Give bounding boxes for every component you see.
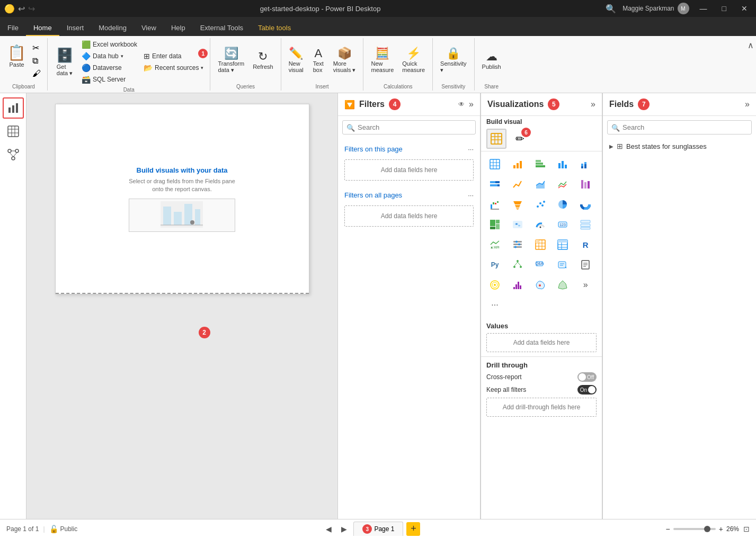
viz-btn-gauge[interactable] bbox=[531, 215, 550, 234]
viz-btn-waterfall[interactable] bbox=[485, 195, 504, 214]
more-visuals-button[interactable]: 📦 Morevisuals ▾ bbox=[330, 46, 359, 76]
dataverse-button[interactable]: 🔵 Dataverse bbox=[79, 62, 139, 73]
maximize-btn[interactable]: □ bbox=[718, 3, 731, 14]
viz-btn-table2[interactable] bbox=[553, 235, 572, 254]
viz-btn-area[interactable] bbox=[531, 175, 550, 194]
enter-data-button[interactable]: ⊞ Enter data 1 bbox=[141, 51, 206, 61]
viz-btn-stacked-bar[interactable] bbox=[531, 155, 550, 174]
viz-btn-python[interactable]: Py bbox=[485, 255, 504, 274]
sidebar-btn-report[interactable] bbox=[3, 97, 24, 119]
canvas-page[interactable]: Build visuals with your data Select or d… bbox=[55, 104, 309, 294]
fit-to-page-icon[interactable]: ⊡ bbox=[743, 525, 750, 533]
viz-btn-stacked-col[interactable] bbox=[576, 155, 595, 174]
viz-drill-add-zone[interactable]: Add drill-through fields here bbox=[486, 398, 597, 417]
canvas-content[interactable]: Build visuals with your data Select or d… bbox=[26, 93, 337, 519]
filters-this-page-header[interactable]: Filters on this page ··· bbox=[338, 141, 480, 157]
tab-file[interactable]: File bbox=[0, 21, 26, 36]
quick-measure-button[interactable]: ⚡ Quickmeasure bbox=[399, 46, 428, 75]
sql-button[interactable]: 🗃️ SQL Server bbox=[79, 74, 139, 85]
get-data-button[interactable]: 🗄️ Getdata ▾ bbox=[52, 45, 77, 79]
viz-btn-line[interactable] bbox=[508, 175, 527, 194]
copy-button[interactable]: ⧉ bbox=[30, 55, 43, 67]
viz-btn-column[interactable] bbox=[553, 155, 572, 174]
tab-view[interactable]: View bbox=[134, 21, 164, 36]
viz-btn-ribbon[interactable] bbox=[576, 175, 595, 194]
filters-search-input[interactable] bbox=[342, 120, 476, 134]
zoom-out-icon[interactable]: − bbox=[666, 525, 670, 533]
transform-data-button[interactable]: 🔄 Transformdata ▾ bbox=[215, 46, 247, 76]
public-status[interactable]: 🔓 Public bbox=[49, 525, 78, 533]
viz-btn-pie[interactable] bbox=[553, 195, 572, 214]
sensitivity-button[interactable]: 🔒 Sensitivity▾ bbox=[437, 46, 470, 76]
viz-btn-chevron[interactable]: » bbox=[576, 275, 595, 294]
ribbon-collapse-btn[interactable]: ∧ bbox=[745, 38, 756, 91]
viz-btn-donut[interactable] bbox=[576, 195, 595, 214]
viz-btn-treemap[interactable] bbox=[485, 215, 504, 234]
refresh-button[interactable]: ↻ Refresh bbox=[250, 49, 277, 72]
viz-btn-smart-narr[interactable] bbox=[553, 255, 572, 274]
viz-pencil-icon-btn[interactable]: ✏ 6 bbox=[510, 129, 530, 149]
viz-btn-paginated[interactable] bbox=[576, 255, 595, 274]
data-hub-button[interactable]: 🔷 Data hub ▾ bbox=[79, 51, 139, 61]
new-measure-button[interactable]: 🧮 Newmeasure bbox=[368, 46, 397, 75]
undo-btn[interactable]: ↩ bbox=[18, 4, 25, 14]
filters-eye-icon[interactable]: 👁 bbox=[458, 101, 465, 108]
close-btn[interactable]: ✕ bbox=[737, 3, 752, 14]
viz-btn-100pct-bar[interactable] bbox=[485, 175, 504, 194]
new-visual-button[interactable]: ✏️ Newvisual bbox=[286, 46, 307, 75]
viz-btn-table[interactable] bbox=[485, 155, 504, 174]
minimize-btn[interactable]: — bbox=[696, 3, 711, 14]
sidebar-btn-model[interactable] bbox=[3, 144, 24, 165]
viz-btn-multi-row[interactable] bbox=[576, 215, 595, 234]
fields-expand-icon[interactable]: » bbox=[745, 100, 750, 109]
redo-btn[interactable]: ↪ bbox=[28, 4, 35, 14]
viz-btn-filled-map[interactable] bbox=[531, 275, 550, 294]
viz-btn-scatter[interactable] bbox=[531, 195, 550, 214]
fields-table-item[interactable]: ▶ ⊞ Best states for sunglasses bbox=[603, 139, 756, 154]
viz-btn-more[interactable]: ··· bbox=[485, 295, 504, 315]
format-painter-button[interactable]: 🖌 bbox=[30, 68, 43, 79]
page-tab-1[interactable]: 3 Page 1 bbox=[353, 522, 403, 536]
viz-btn-slicer[interactable] bbox=[508, 235, 527, 254]
tab-external-tools[interactable]: External Tools bbox=[193, 21, 251, 36]
excel-button[interactable]: 🟩 Excel workbook bbox=[79, 39, 139, 50]
recent-sources-button[interactable]: 📂 Recent sources ▾ bbox=[141, 62, 206, 73]
viz-btn-qa[interactable]: Q&A bbox=[531, 255, 550, 274]
viz-btn-decomp[interactable] bbox=[508, 255, 527, 274]
viz-btn-card[interactable]: 123 bbox=[553, 215, 572, 234]
sidebar-btn-data[interactable] bbox=[3, 121, 24, 142]
viz-btn-bar[interactable] bbox=[508, 155, 527, 174]
tab-help[interactable]: Help bbox=[164, 21, 193, 36]
publish-button[interactable]: ☁ Publish bbox=[479, 49, 504, 72]
filters-all-pages-drop[interactable]: Add data fields here bbox=[344, 205, 474, 227]
viz-btn-shape-map[interactable] bbox=[553, 275, 572, 294]
prev-page-btn[interactable]: ◀ bbox=[323, 524, 335, 534]
viz-btn-map[interactable] bbox=[508, 215, 527, 234]
viz-btn-funnel[interactable] bbox=[508, 195, 527, 214]
tab-modeling[interactable]: Modeling bbox=[91, 21, 134, 36]
viz-btn-matrix[interactable] bbox=[531, 235, 550, 254]
zoom-slider[interactable] bbox=[673, 528, 716, 530]
next-page-btn[interactable]: ▶ bbox=[338, 524, 350, 534]
viz-table-icon-btn[interactable] bbox=[486, 129, 506, 149]
text-box-button[interactable]: A Textbox bbox=[309, 46, 328, 75]
fields-search-input[interactable] bbox=[607, 120, 752, 134]
filters-this-page-ellipsis[interactable]: ··· bbox=[468, 145, 474, 153]
cut-button[interactable]: ✂ bbox=[30, 42, 43, 54]
viz-btn-line-cluster[interactable] bbox=[553, 175, 572, 194]
filters-expand-icon[interactable]: » bbox=[469, 100, 474, 109]
filters-all-pages-ellipsis[interactable]: ··· bbox=[468, 191, 474, 199]
viz-keep-filters-toggle[interactable]: On bbox=[577, 385, 597, 394]
search-icon[interactable]: 🔍 bbox=[606, 4, 616, 14]
tab-insert[interactable]: Insert bbox=[59, 21, 92, 36]
add-page-btn[interactable]: + bbox=[406, 522, 420, 536]
viz-btn-kpi[interactable]: ▲ KPI bbox=[485, 235, 504, 254]
paste-button[interactable]: 📋 Paste bbox=[4, 42, 29, 79]
zoom-in-icon[interactable]: + bbox=[719, 525, 723, 533]
viz-btn-r[interactable]: R bbox=[576, 235, 595, 254]
viz-btn-goals[interactable] bbox=[485, 275, 504, 294]
user-avatar[interactable]: M bbox=[678, 3, 689, 14]
viz-values-drop[interactable]: Add data fields here bbox=[486, 333, 597, 352]
viz-expand-icon[interactable]: » bbox=[591, 100, 595, 109]
viz-btn-bar-chart2[interactable] bbox=[508, 275, 527, 294]
